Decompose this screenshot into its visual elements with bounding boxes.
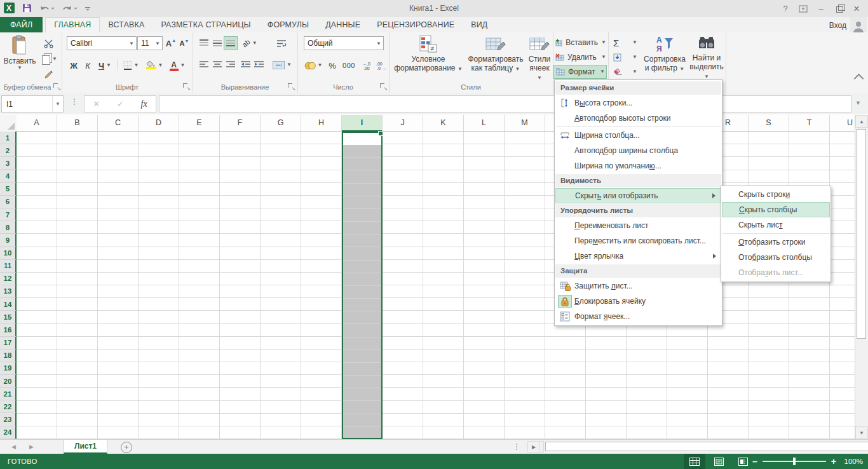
row-header-13[interactable]: 13 [0, 285, 17, 298]
tab-1[interactable]: ГЛАВНАЯ [45, 17, 100, 32]
percent-style-button[interactable]: % [325, 58, 339, 73]
font-color-button[interactable]: А ▼ [166, 58, 189, 73]
minimize-button[interactable]: – [812, 2, 830, 16]
column-header-S[interactable]: S [749, 115, 789, 132]
row-header-2[interactable]: 2 [0, 144, 17, 157]
comma-style-button[interactable]: 000 [339, 58, 358, 73]
column-header-C[interactable]: C [98, 115, 139, 132]
column-header-L[interactable]: L [464, 115, 505, 132]
zoom-in-button[interactable]: + [831, 457, 836, 466]
format-menu-item[interactable]: Защитить лист... [555, 278, 721, 294]
page-layout-view-button[interactable] [708, 454, 729, 469]
vertical-scrollbar[interactable]: ▲ ▼ [855, 115, 868, 439]
insert-cells-button[interactable]: Вставить▼ [555, 36, 606, 50]
fill-handle[interactable] [378, 131, 383, 136]
fill-color-button[interactable]: ▼ [143, 58, 166, 73]
format-menu-item[interactable]: Автоподбор ширины столбца [555, 143, 721, 158]
number-format-combo[interactable]: Общий▼ [304, 36, 384, 50]
column-header-B[interactable]: B [57, 115, 98, 132]
tab-5[interactable]: ДАННЫЕ [317, 17, 369, 32]
increase-decimal-button[interactable]: ←,0,00 [361, 58, 375, 73]
merge-center-button[interactable]: ▼ [270, 58, 294, 72]
row-header-23[interactable]: 23 [0, 413, 17, 426]
format-menu-item[interactable]: Переместить или скопировать лист... [555, 233, 721, 248]
page-break-view-button[interactable] [732, 454, 754, 469]
align-center-button[interactable] [210, 58, 224, 72]
find-select-button[interactable]: Найти ивыделить ▼ [689, 35, 724, 80]
scroll-up-icon[interactable]: ▲ [855, 115, 868, 128]
tab-3[interactable]: РАЗМЕТКА СТРАНИЦЫ [153, 17, 259, 32]
insert-function-button[interactable]: fx [141, 99, 147, 109]
tab-scroll-grip[interactable] [516, 444, 517, 450]
zoom-level[interactable]: 100% [841, 458, 863, 465]
tab-4[interactable]: ФОРМУЛЫ [259, 17, 317, 32]
row-header-9[interactable]: 9 [0, 234, 17, 247]
grid-cells[interactable] [17, 132, 855, 439]
hide-submenu-item[interactable]: Отобразить строки [722, 234, 830, 250]
row-header-19[interactable]: 19 [0, 362, 17, 375]
collapse-ribbon-button[interactable] [851, 72, 865, 85]
format-menu-item[interactable]: Переименовать лист [555, 218, 721, 233]
tab-2[interactable]: ВСТАВКА [100, 17, 153, 32]
format-menu-item[interactable]: Ширина столбца... [555, 128, 721, 143]
normal-view-button[interactable] [684, 454, 705, 469]
restore-button[interactable] [830, 2, 848, 16]
row-header-15[interactable]: 15 [0, 311, 17, 323]
font-family-combo[interactable]: Calibri▼ [67, 36, 137, 50]
row-header-1[interactable]: 1 [0, 132, 17, 144]
font-dialog-launcher[interactable] [183, 83, 190, 90]
select-all-corner[interactable] [0, 115, 17, 132]
prev-sheet-button[interactable]: ◀ [11, 440, 16, 454]
row-header-17[interactable]: 17 [0, 337, 17, 350]
hide-submenu-item[interactable]: Скрыть столбцы [722, 202, 830, 217]
close-button[interactable]: × [848, 2, 865, 16]
row-header-3[interactable]: 3 [0, 157, 17, 170]
zoom-slider-thumb[interactable] [793, 458, 796, 465]
row-header-20[interactable]: 20 [0, 375, 17, 388]
format-menu-item[interactable]: Формат ячеек... [555, 309, 721, 324]
decrease-indent-button[interactable] [238, 58, 252, 72]
user-avatar-icon[interactable] [850, 17, 867, 32]
sort-filter-button[interactable]: АЯ Сортировкаи фильтр ▼ [642, 35, 688, 72]
sheet-tab-active[interactable]: Лист1 [64, 440, 107, 454]
format-painter-button[interactable] [39, 67, 57, 82]
sign-in-link[interactable]: Вход [829, 19, 846, 32]
delete-cells-button[interactable]: Удалить▼ [555, 50, 606, 64]
column-header-T[interactable]: T [789, 115, 830, 132]
hide-submenu-item[interactable]: Скрыть строки [722, 187, 830, 202]
horizontal-scroll-thumb[interactable] [545, 442, 868, 451]
formula-bar-grip[interactable] [74, 99, 75, 105]
row-header-10[interactable]: 10 [0, 247, 17, 259]
column-header-M[interactable]: M [505, 115, 545, 132]
tab-file[interactable]: ФАЙЛ [0, 17, 43, 32]
italic-button[interactable]: К [81, 58, 95, 73]
fill-button[interactable]: ▼ [613, 50, 637, 64]
decrease-decimal-button[interactable]: ,00,0→ [374, 58, 388, 73]
scroll-right-icon[interactable]: ▶ [527, 441, 540, 452]
name-box-dropdown-icon[interactable]: ▼ [52, 96, 63, 112]
format-menu-item[interactable]: Высота строки... [555, 95, 721, 111]
ribbon-display-options-button[interactable] [794, 2, 812, 16]
formula-input[interactable] [159, 95, 851, 112]
format-menu-item[interactable]: Ширина по умолчанию... [555, 158, 721, 173]
column-header-G[interactable]: G [261, 115, 301, 132]
format-cells-menu-button[interactable]: Формат▼ [553, 65, 607, 79]
selected-cells[interactable] [343, 145, 381, 438]
row-header-8[interactable]: 8 [0, 221, 17, 234]
next-sheet-button[interactable]: ▶ [29, 440, 34, 454]
column-header-J[interactable]: J [383, 115, 423, 132]
clear-button[interactable]: ▼ [613, 65, 637, 79]
autosum-button[interactable]: Σ▼ [613, 36, 637, 50]
column-header-I[interactable]: I [342, 115, 383, 132]
accounting-format-button[interactable]: ▼ [302, 58, 324, 73]
column-header-E[interactable]: E [179, 115, 220, 132]
format-menu-item[interactable]: Скрыть или отобразить [555, 188, 721, 203]
format-menu-item[interactable]: Автоподбор высоты строки [555, 111, 721, 126]
column-header-A[interactable]: A [17, 115, 57, 132]
orientation-button[interactable]: ab ▼ [240, 36, 260, 50]
row-header-14[interactable]: 14 [0, 298, 17, 311]
column-header-K[interactable]: K [423, 115, 464, 132]
conditional-formatting-button[interactable]: ≠ Условноеформатирование ▼ [393, 35, 464, 72]
row-header-18[interactable]: 18 [0, 350, 17, 362]
increase-indent-button[interactable] [252, 58, 266, 72]
